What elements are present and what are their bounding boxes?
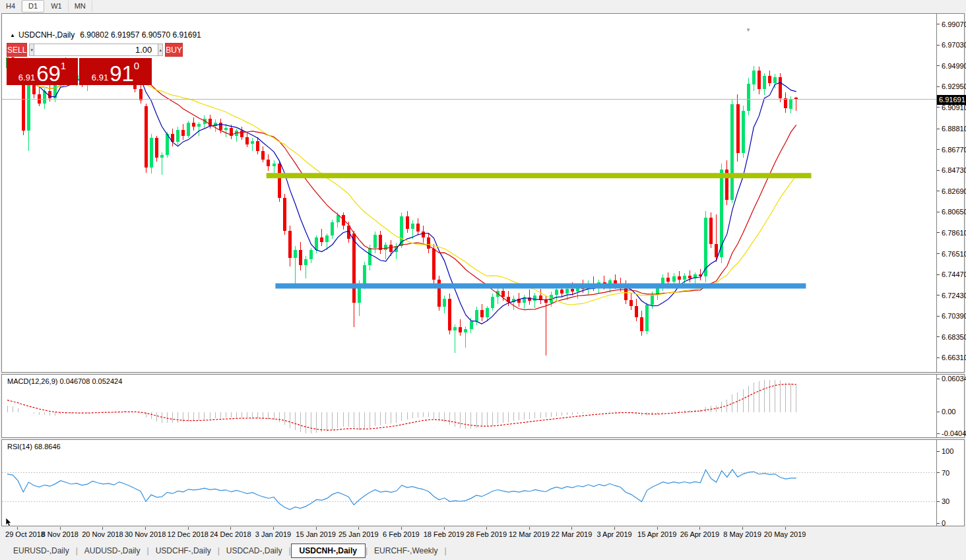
rsi-canvas[interactable]	[2, 440, 936, 526]
buy-button[interactable]: BUY	[165, 43, 183, 57]
price-axis-tick	[937, 295, 940, 296]
date-label: 3 Apr 2019	[597, 530, 632, 538]
sell-price-display[interactable]: 6.91691	[7, 58, 78, 85]
price-axis-label: 6.66310	[942, 354, 966, 361]
date-tick	[571, 527, 572, 530]
mt4-window: H4D1W1MN ▲USDCNH-,Daily6.90802 6.91957 6…	[0, 0, 966, 560]
timeframe-button-w1[interactable]: W1	[45, 1, 69, 12]
macd-axis-tick	[937, 433, 940, 434]
rsi-panel[interactable]: RSI(14) 68.8646 10070300	[1, 439, 965, 526]
timeframe-button-d1[interactable]: D1	[22, 0, 44, 13]
price-axis-label: 6.74470	[942, 271, 966, 278]
date-tick	[60, 527, 61, 530]
rsi-axis-label: 30	[942, 498, 950, 505]
sell-price-small: 6.91	[18, 73, 35, 82]
date-tick	[529, 527, 530, 530]
macd-canvas[interactable]	[2, 375, 936, 437]
price-axis-label: 6.92950	[942, 83, 966, 90]
price-axis-label: 6.84730	[942, 167, 966, 174]
price-axis-tick	[937, 191, 940, 191]
date-tick	[273, 527, 274, 530]
tab-eurchf-weekly[interactable]: EURCHF-,Weekly	[368, 544, 444, 557]
date-label: 22 Mar 2019	[552, 530, 593, 538]
date-tick	[358, 527, 359, 530]
date-tick	[657, 527, 658, 530]
macd-axis-label: 0.00	[942, 408, 955, 416]
price-axis-tick	[937, 24, 940, 24]
buy-price-small: 6.91	[92, 73, 108, 82]
sell-price-superscript: 1	[61, 60, 66, 71]
chart-panel[interactable]: ▲USDCNH-,Daily6.90802 6.91957 6.90570 6.…	[1, 13, 965, 373]
rsi-label: RSI(14) 68.8646	[7, 443, 61, 451]
macd-axis-label: 0.060342	[942, 375, 966, 383]
macd-axis-tick	[937, 412, 940, 412]
date-tick	[188, 527, 189, 530]
chart-tab-bar: EURUSD-,Daily|AUDUSD-,Daily|USDCHF-,Dail…	[1, 541, 965, 560]
price-axis-tick	[937, 149, 940, 150]
price-axis-label: 6.72430	[942, 292, 966, 299]
volume-decrease-button[interactable]: ▼	[29, 44, 34, 56]
date-label: 12 Dec 2018	[168, 530, 209, 538]
timeframe-button-h4[interactable]: H4	[0, 1, 22, 12]
date-label: 15 Apr 2019	[637, 530, 676, 538]
price-axis-label: 6.94990	[942, 63, 966, 70]
rsi-axis-label: 70	[942, 470, 950, 477]
price-axis-tick	[937, 170, 940, 171]
macd-axis-tick	[937, 379, 940, 379]
volume-increase-button[interactable]: ▲	[158, 44, 163, 56]
date-label: 8 May 2019	[723, 530, 761, 538]
chart-shift-triangle-icon[interactable]: ▼	[746, 27, 751, 33]
price-axis-label: 6.88810	[942, 125, 966, 133]
rsi-axis-tick	[937, 523, 940, 524]
chart-title: ▲USDCNH-,Daily6.90802 6.91957 6.90570 6.…	[10, 30, 201, 40]
date-label: 29 Oct 2018	[5, 530, 45, 538]
date-label: 24 Dec 2018	[210, 530, 251, 538]
date-tick	[316, 527, 317, 530]
rsi-axis-tick	[937, 451, 940, 452]
price-axis-tick	[937, 86, 940, 87]
buy-price-display[interactable]: 6.91910	[79, 58, 152, 85]
volume-input[interactable]	[34, 44, 158, 56]
date-label: 20 May 2019	[764, 530, 806, 538]
sell-button[interactable]: SELL	[7, 43, 27, 57]
rsi-axis-tick	[937, 472, 940, 473]
tab-usdchf-daily[interactable]: USDCHF-,Daily	[149, 544, 218, 557]
price-axis-tick	[937, 336, 940, 337]
sell-price-big: 69	[36, 63, 61, 84]
macd-panel[interactable]: MACD(12,26,9) 0.046708 0.052424 0.060342…	[1, 374, 965, 438]
date-tick	[614, 527, 615, 530]
date-axis[interactable]: 29 Oct 20188 Nov 201820 Nov 201830 Nov 2…	[1, 526, 965, 541]
price-axis-tick	[937, 45, 940, 46]
tab-eurusd-daily[interactable]: EURUSD-,Daily	[7, 544, 76, 557]
price-axis-label: 6.70390	[942, 313, 966, 320]
buy-price-big: 91	[110, 63, 134, 84]
timeframe-button-mn[interactable]: MN	[69, 1, 92, 12]
collapse-triangle-icon[interactable]: ▲	[10, 32, 15, 38]
tab-separator: |	[445, 546, 447, 555]
one-click-trading-panel: SELL ▼ ▲ BUY 6.91691 6.91910	[7, 42, 152, 85]
tab-usdcad-daily[interactable]: USDCAD-,Daily	[220, 544, 289, 557]
price-axis-tick	[937, 274, 940, 275]
date-tick	[742, 527, 743, 530]
price-axis-label: 6.68350	[942, 334, 966, 341]
date-tick	[17, 527, 18, 530]
date-tick	[401, 527, 402, 530]
price-axis-tick	[937, 358, 940, 358]
date-tick	[102, 527, 103, 530]
tab-usdcnh-daily[interactable]: USDCNH-,Daily	[291, 544, 366, 558]
macd-axis-label: -0.040415	[942, 430, 966, 437]
price-axis-label: 6.99070	[942, 21, 966, 28]
price-axis-tick	[937, 129, 940, 129]
price-axis-label: 6.86770	[942, 146, 966, 154]
tab-audusd-daily[interactable]: AUDUSD-,Daily	[78, 544, 147, 557]
date-label: 28 Feb 2019	[466, 530, 507, 538]
date-tick	[486, 527, 487, 530]
price-axis-tick	[937, 232, 940, 233]
date-tick	[785, 527, 786, 530]
price-axis-tick	[937, 65, 940, 66]
axis-divider	[936, 14, 937, 372]
date-label: 26 Apr 2019	[680, 530, 719, 538]
date-label: 20 Nov 2018	[82, 530, 123, 538]
price-axis-tick	[937, 253, 940, 254]
date-tick	[145, 527, 146, 530]
